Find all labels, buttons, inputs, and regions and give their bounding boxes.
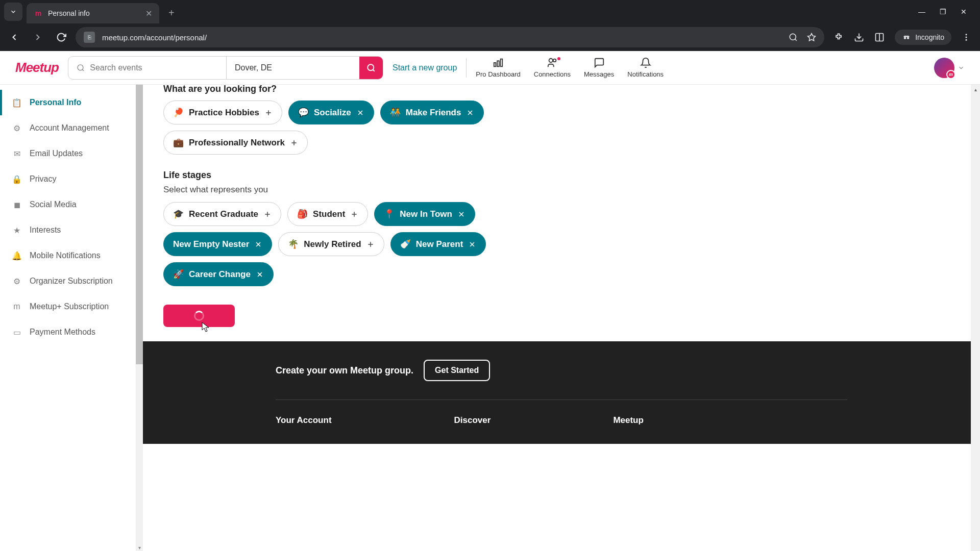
- forward-button[interactable]: [29, 28, 47, 46]
- chip-professionally-network[interactable]: 💼Professionally Network: [163, 131, 308, 155]
- get-started-button[interactable]: Get Started: [424, 360, 490, 381]
- window-controls: — ❐ ✕: [918, 8, 976, 16]
- search-container: Dover, DE: [68, 56, 383, 80]
- profile-menu[interactable]: m: [934, 58, 965, 78]
- life-stages-subtitle: Select what represents you: [163, 185, 960, 195]
- messages-icon: [594, 57, 605, 68]
- url-bar[interactable]: ⎘ meetup.com/account/personal/: [76, 27, 824, 47]
- back-button[interactable]: [5, 28, 23, 46]
- sidebar-item-label: Privacy: [30, 174, 56, 184]
- zoom-icon[interactable]: [789, 33, 798, 42]
- chip-emoji: 🧑‍🤝‍🧑: [390, 107, 401, 118]
- nav-pro-dashboard[interactable]: Pro Dashboard: [476, 57, 520, 78]
- nav-messages[interactable]: Messages: [584, 57, 614, 78]
- nav-notifications[interactable]: Notifications: [627, 57, 664, 78]
- looking-for-title: What are you looking for?: [163, 85, 960, 94]
- browser-chrome: m Personal info ✕ + — ❐ ✕ ⎘ meetup.com/a…: [0, 0, 980, 51]
- chip-socialize[interactable]: 💬Socialize: [288, 101, 374, 124]
- sidebar-item-label: Email Updates: [30, 149, 83, 158]
- start-group-link[interactable]: Start a new group: [393, 63, 457, 72]
- chip-student[interactable]: 🎒Student: [287, 202, 368, 226]
- add-icon: [350, 210, 358, 218]
- sidebar-item-social-media[interactable]: ◼Social Media: [0, 192, 143, 217]
- chip-emoji: 🎓: [173, 209, 184, 219]
- chip-emoji: 💼: [173, 137, 184, 148]
- sidebar-item-label: Personal Info: [30, 98, 81, 107]
- search-events-field[interactable]: [68, 57, 227, 79]
- cursor-icon: [202, 322, 210, 333]
- sidebar-icon: ⚙: [12, 123, 21, 133]
- bookmark-icon[interactable]: [807, 33, 816, 42]
- svg-rect-15: [494, 63, 496, 66]
- chip-practice-hobbies[interactable]: 🏓Practice Hobbies: [163, 101, 282, 124]
- content-scrollbar[interactable]: ▴: [971, 85, 980, 551]
- footer-col-discover: Discover: [454, 415, 491, 425]
- browser-tab[interactable]: m Personal info ✕: [27, 3, 159, 23]
- sidebar-item-label: Payment Methods: [30, 328, 95, 337]
- browser-menu-icon[interactable]: [962, 33, 971, 42]
- scrollbar-up-arrow[interactable]: ▴: [971, 85, 980, 94]
- add-icon: [290, 139, 298, 147]
- search-button[interactable]: [359, 57, 383, 79]
- footer-col-account: Your Account: [276, 415, 332, 425]
- chip-new-parent[interactable]: 🍼New Parent: [390, 232, 486, 256]
- chip-career-change[interactable]: 🚀Career Change: [163, 262, 274, 286]
- maximize-button[interactable]: ❐: [940, 8, 946, 16]
- sidebar-item-account-management[interactable]: ⚙Account Management: [0, 115, 143, 141]
- close-window-button[interactable]: ✕: [961, 8, 967, 16]
- chip-label: New Empty Nester: [173, 239, 249, 249]
- sidebar: 📋Personal Info⚙Account Management✉Email …: [0, 85, 143, 551]
- scrollbar-down-arrow[interactable]: ▾: [136, 544, 143, 551]
- minimize-button[interactable]: —: [918, 8, 925, 16]
- nav-connections[interactable]: Connections: [534, 57, 571, 78]
- chip-new-in-town[interactable]: 📍New In Town: [374, 202, 475, 226]
- chip-newly-retired[interactable]: 🌴Newly Retired: [278, 232, 384, 256]
- svg-rect-16: [497, 61, 499, 66]
- chip-label: Practice Hobbies: [189, 108, 259, 118]
- incognito-badge[interactable]: Incognito: [895, 30, 951, 45]
- svg-point-13: [368, 64, 374, 70]
- scrollbar-thumb[interactable]: [136, 85, 143, 364]
- sidebar-item-interests[interactable]: ★Interests: [0, 217, 143, 243]
- svg-point-8: [966, 34, 967, 35]
- reload-button[interactable]: [52, 28, 70, 46]
- svg-line-14: [373, 69, 374, 71]
- search-location-field[interactable]: Dover, DE: [227, 57, 359, 79]
- downloads-icon[interactable]: [854, 32, 864, 42]
- chip-emoji: 🚀: [173, 269, 184, 280]
- sidebar-item-payment-methods[interactable]: ▭Payment Methods: [0, 319, 143, 345]
- sidebar-item-meetup-subscription[interactable]: mMeetup+ Subscription: [0, 294, 143, 319]
- sidebar-icon: 🔔: [12, 251, 21, 260]
- new-tab-button[interactable]: +: [168, 7, 175, 19]
- chip-recent-graduate[interactable]: 🎓Recent Graduate: [163, 202, 281, 226]
- sidebar-item-privacy[interactable]: 🔒Privacy: [0, 166, 143, 192]
- search-input[interactable]: [90, 63, 218, 72]
- reading-list-icon[interactable]: [874, 32, 885, 42]
- chip-new-empty-nester[interactable]: New Empty Nester: [163, 232, 272, 256]
- close-icon[interactable]: ✕: [145, 9, 152, 18]
- svg-rect-17: [501, 59, 503, 67]
- sidebar-scrollbar[interactable]: ▾: [136, 85, 143, 551]
- tab-search-button[interactable]: [4, 3, 22, 21]
- extensions-icon[interactable]: [834, 32, 844, 42]
- site-info-icon[interactable]: ⎘: [84, 32, 95, 43]
- life-stages-title: Life stages: [163, 170, 960, 181]
- remove-icon: [254, 240, 262, 248]
- main-layout: 📋Personal Info⚙Account Management✉Email …: [0, 85, 980, 551]
- footer: Create your own Meetup group. Get Starte…: [143, 341, 980, 444]
- sidebar-item-mobile-notifications[interactable]: 🔔Mobile Notifications: [0, 243, 143, 268]
- svg-line-12: [82, 69, 84, 71]
- sidebar-item-label: Interests: [30, 226, 61, 235]
- sidebar-icon: ▭: [12, 328, 21, 337]
- chip-label: Professionally Network: [189, 138, 285, 148]
- sidebar-icon: ◼: [12, 200, 21, 209]
- meetup-logo[interactable]: Meetup: [15, 60, 59, 76]
- sidebar-item-organizer-subscription[interactable]: ⚙Organizer Subscription: [0, 268, 143, 294]
- loading-spinner: [194, 311, 204, 321]
- chip-make-friends[interactable]: 🧑‍🤝‍🧑Make Friends: [380, 101, 484, 124]
- save-button[interactable]: [163, 305, 235, 327]
- divider: [466, 58, 467, 78]
- sidebar-item-label: Account Management: [30, 123, 109, 133]
- sidebar-item-personal-info[interactable]: 📋Personal Info: [0, 90, 143, 115]
- sidebar-item-email-updates[interactable]: ✉Email Updates: [0, 141, 143, 166]
